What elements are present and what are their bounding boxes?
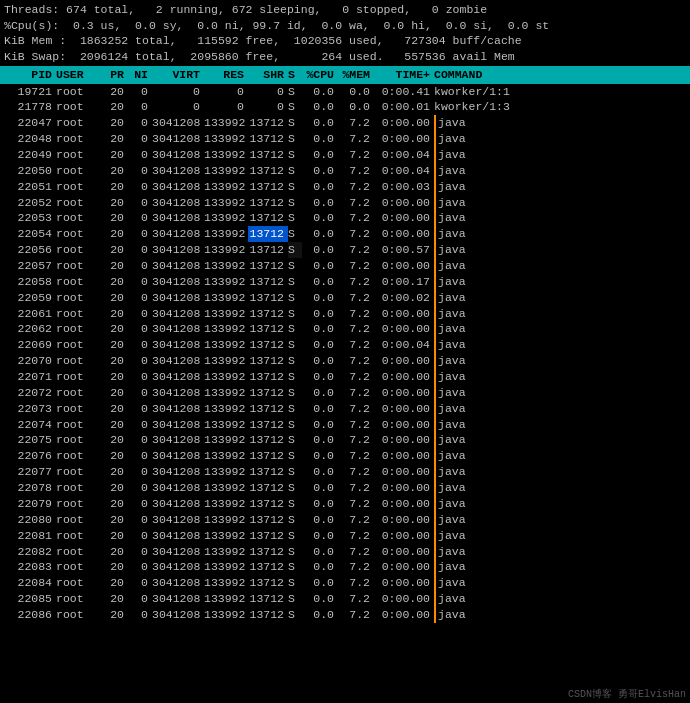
cell-user: root xyxy=(56,591,104,607)
cell-time: 0:00.57 xyxy=(374,242,434,258)
cell-time: 0:00.00 xyxy=(374,417,434,433)
cell-mem: 7.2 xyxy=(338,432,374,448)
cell-pr: 20 xyxy=(104,84,128,100)
cell-mem: 7.2 xyxy=(338,274,374,290)
cell-shr: 13712 xyxy=(248,559,288,575)
cell-pr: 20 xyxy=(104,147,128,163)
cell-ni: 0 xyxy=(128,401,152,417)
cell-res: 133992 xyxy=(204,607,248,623)
cell-ni: 0 xyxy=(128,385,152,401)
cell-res: 133992 xyxy=(204,496,248,512)
col-header-pid: PID xyxy=(4,67,56,83)
cell-ni: 0 xyxy=(128,353,152,369)
cell-s: S xyxy=(288,369,302,385)
cell-cmd: java xyxy=(434,258,686,274)
cell-time: 0:00.00 xyxy=(374,369,434,385)
cell-res: 133992 xyxy=(204,274,248,290)
cell-virt: 3041208 xyxy=(152,417,204,433)
cell-s: S xyxy=(288,464,302,480)
cell-virt: 3041208 xyxy=(152,544,204,560)
table-row: 22070 root 20 0 3041208 133992 13712 S 0… xyxy=(0,353,690,369)
cell-pid: 22086 xyxy=(4,607,56,623)
cell-ni: 0 xyxy=(128,306,152,322)
cell-s: S xyxy=(288,528,302,544)
cell-res: 133992 xyxy=(204,321,248,337)
cell-pid: 22073 xyxy=(4,401,56,417)
col-header-shr: SHR xyxy=(248,67,288,83)
table-row: 22059 root 20 0 3041208 133992 13712 S 0… xyxy=(0,290,690,306)
cell-mem: 7.2 xyxy=(338,147,374,163)
cell-res: 133992 xyxy=(204,210,248,226)
table-row: 22084 root 20 0 3041208 133992 13712 S 0… xyxy=(0,575,690,591)
cell-ni: 0 xyxy=(128,417,152,433)
cell-shr: 13712 xyxy=(248,417,288,433)
col-header-pr: PR xyxy=(104,67,128,83)
cell-pid: 22048 xyxy=(4,131,56,147)
cell-cpu: 0.0 xyxy=(302,496,338,512)
cell-pid: 22070 xyxy=(4,353,56,369)
cell-shr: 13712 xyxy=(248,226,288,242)
cell-pid: 22053 xyxy=(4,210,56,226)
cell-s: S xyxy=(288,210,302,226)
cell-cpu: 0.0 xyxy=(302,353,338,369)
table-row: 22051 root 20 0 3041208 133992 13712 S 0… xyxy=(0,179,690,195)
cell-pr: 20 xyxy=(104,195,128,211)
cell-pid: 22049 xyxy=(4,147,56,163)
cell-pr: 20 xyxy=(104,544,128,560)
cell-shr: 13712 xyxy=(248,591,288,607)
cell-s: S xyxy=(288,480,302,496)
cell-pr: 20 xyxy=(104,242,128,258)
cell-res: 133992 xyxy=(204,337,248,353)
cell-time: 0:00.02 xyxy=(374,290,434,306)
cell-cmd: java xyxy=(434,401,686,417)
cell-pr: 20 xyxy=(104,226,128,242)
cell-user: root xyxy=(56,559,104,575)
cell-virt: 3041208 xyxy=(152,464,204,480)
cell-res: 133992 xyxy=(204,353,248,369)
cell-virt: 3041208 xyxy=(152,528,204,544)
cell-res: 133992 xyxy=(204,385,248,401)
cell-mem: 7.2 xyxy=(338,163,374,179)
cell-pr: 20 xyxy=(104,131,128,147)
cell-pr: 20 xyxy=(104,575,128,591)
cell-cpu: 0.0 xyxy=(302,464,338,480)
cell-mem: 7.2 xyxy=(338,179,374,195)
cell-pr: 20 xyxy=(104,417,128,433)
cell-pid: 22059 xyxy=(4,290,56,306)
cell-time: 0:00.00 xyxy=(374,226,434,242)
cell-time: 0:00.00 xyxy=(374,544,434,560)
cell-shr: 13712 xyxy=(248,607,288,623)
table-row: 22079 root 20 0 3041208 133992 13712 S 0… xyxy=(0,496,690,512)
table-row: 21778 root 20 0 0 0 0 S 0.0 0.0 0:00.01 … xyxy=(0,99,690,115)
cell-mem: 7.2 xyxy=(338,353,374,369)
cell-shr: 13712 xyxy=(248,432,288,448)
cell-virt: 3041208 xyxy=(152,306,204,322)
cell-virt: 0 xyxy=(152,84,204,100)
cell-ni: 0 xyxy=(128,99,152,115)
cell-ni: 0 xyxy=(128,115,152,131)
cell-cmd: java xyxy=(434,385,686,401)
cell-pr: 20 xyxy=(104,321,128,337)
cell-s: S xyxy=(288,575,302,591)
cell-time: 0:00.00 xyxy=(374,607,434,623)
cell-pid: 22081 xyxy=(4,528,56,544)
cell-user: root xyxy=(56,528,104,544)
col-header-user: USER xyxy=(56,67,104,83)
cell-cpu: 0.0 xyxy=(302,274,338,290)
cell-cmd: java xyxy=(434,321,686,337)
cell-shr: 13712 xyxy=(248,321,288,337)
cell-res: 133992 xyxy=(204,417,248,433)
cell-cpu: 0.0 xyxy=(302,544,338,560)
table-row: 22076 root 20 0 3041208 133992 13712 S 0… xyxy=(0,448,690,464)
table-row: 22048 root 20 0 3041208 133992 13712 S 0… xyxy=(0,131,690,147)
cell-cpu: 0.0 xyxy=(302,607,338,623)
cell-time: 0:00.00 xyxy=(374,575,434,591)
watermark: CSDN博客 勇哥ElvisHan xyxy=(568,688,686,702)
table-row: 22073 root 20 0 3041208 133992 13712 S 0… xyxy=(0,401,690,417)
cell-time: 0:00.00 xyxy=(374,528,434,544)
cell-cpu: 0.0 xyxy=(302,163,338,179)
cell-s: S xyxy=(288,131,302,147)
cell-res: 133992 xyxy=(204,480,248,496)
cell-cmd: java xyxy=(434,496,686,512)
cell-user: root xyxy=(56,290,104,306)
